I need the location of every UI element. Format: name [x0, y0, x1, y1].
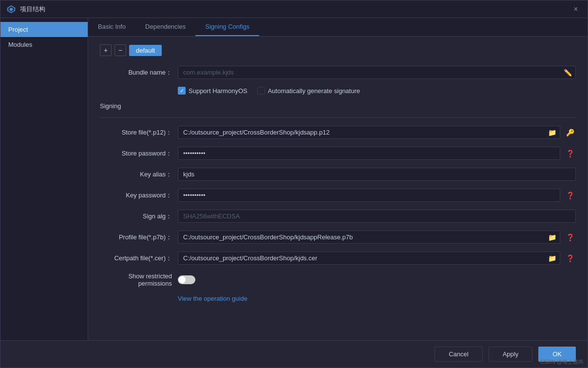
sidebar-item-project[interactable]: Project: [0, 22, 88, 37]
main-content: Project Modules Basic Info Dependencies …: [0, 18, 588, 340]
profile-file-input-wrapper: 📁: [178, 231, 560, 244]
key-password-input[interactable]: [178, 189, 560, 202]
watermark: CSDN @海上彼尚: [540, 358, 584, 366]
fingerprint-icon[interactable]: 🔑: [564, 129, 576, 136]
profile-file-label: Profile file(*.p7b)：: [100, 233, 178, 242]
restricted-permissions-label: Show restricted permissions: [100, 272, 178, 287]
sign-alg-row: Sign alg：: [100, 210, 576, 223]
bundle-name-input[interactable]: [178, 66, 576, 79]
profile-file-input[interactable]: [178, 231, 560, 244]
config-name: default: [129, 45, 162, 56]
folder-icon-store[interactable]: 📁: [548, 129, 556, 136]
sign-alg-label: Sign alg：: [100, 212, 178, 221]
store-password-row: Store password： ❓: [100, 147, 576, 160]
signing-section-heading: Signing: [100, 102, 576, 110]
bundle-name-label: Bundle name：: [100, 68, 178, 77]
auto-generate-signature-checkbox[interactable]: Automatically generate signature: [257, 87, 360, 95]
tab-basic-info[interactable]: Basic Info: [88, 18, 135, 36]
edit-icon[interactable]: ✏️: [564, 69, 572, 77]
store-password-input[interactable]: [178, 147, 560, 160]
certpath-file-row: Certpath file(*.cer)： 📁 ❓: [100, 252, 576, 265]
operation-guide-row: View the operation guide: [178, 295, 576, 302]
help-icon-key-password[interactable]: ❓: [564, 192, 576, 199]
bundle-name-row: Bundle name： ✏️: [100, 66, 576, 79]
remove-config-button[interactable]: −: [114, 44, 126, 56]
certpath-file-input[interactable]: [178, 252, 560, 265]
help-icon-certpath[interactable]: ❓: [564, 254, 576, 262]
toolbar: + − default: [100, 44, 576, 60]
store-password-label: Store password：: [100, 149, 178, 158]
profile-file-row: Profile file(*.p7b)： 📁 ❓: [100, 231, 576, 244]
store-file-row: Store file(*.p12)： 📁 🔑: [100, 126, 576, 139]
tab-signing-configs[interactable]: Signing Configs: [195, 18, 259, 36]
support-harmony-check-box: ✓: [178, 87, 186, 95]
operation-guide-link[interactable]: View the operation guide: [178, 295, 247, 302]
tabs: Basic Info Dependencies Signing Configs: [88, 18, 588, 37]
help-icon-password[interactable]: ❓: [564, 150, 576, 157]
sidebar-item-modules[interactable]: Modules: [0, 37, 88, 52]
right-panel: Basic Info Dependencies Signing Configs …: [88, 18, 588, 340]
key-alias-label: Key alias：: [100, 170, 178, 179]
add-config-button[interactable]: +: [100, 44, 112, 56]
auto-generate-check-box: [257, 87, 265, 95]
dialog: 项目结构 × Project Modules Basic Info Depend…: [0, 0, 588, 368]
store-file-input[interactable]: [178, 126, 560, 139]
key-password-row: Key password： ❓: [100, 189, 576, 202]
sign-alg-input[interactable]: [178, 210, 576, 223]
key-password-label: Key password：: [100, 191, 178, 200]
help-icon-profile[interactable]: ❓: [564, 233, 576, 241]
certpath-file-input-wrapper: 📁: [178, 252, 560, 265]
bundle-name-input-wrapper: ✏️: [178, 66, 576, 79]
key-alias-row: Key alias：: [100, 168, 576, 181]
tab-dependencies[interactable]: Dependencies: [135, 18, 195, 36]
key-alias-input[interactable]: [178, 168, 576, 181]
title-bar: 项目结构 ×: [0, 0, 588, 18]
folder-icon-profile[interactable]: 📁: [548, 233, 556, 241]
restricted-permissions-row: Show restricted permissions: [100, 272, 576, 287]
sidebar: Project Modules: [0, 18, 88, 340]
cancel-button[interactable]: Cancel: [435, 347, 482, 362]
toggle-thumb: [179, 276, 186, 283]
title-text: 项目结构: [20, 5, 45, 14]
restricted-permissions-toggle[interactable]: [178, 275, 195, 284]
signing-divider: [100, 117, 576, 118]
support-harmony-checkbox[interactable]: ✓ Support HarmonyOS: [178, 87, 247, 95]
options-row: ✓ Support HarmonyOS Automatically genera…: [178, 87, 576, 95]
apply-button[interactable]: Apply: [489, 347, 533, 362]
tab-content: + − default Bundle name： ✏️ ✓: [88, 37, 588, 340]
store-file-label: Store file(*.p12)：: [100, 128, 178, 137]
folder-icon-certpath[interactable]: 📁: [548, 254, 556, 262]
close-button[interactable]: ×: [570, 3, 582, 15]
certpath-file-label: Certpath file(*.cer)：: [100, 254, 178, 263]
footer: Cancel Apply OK: [0, 340, 588, 368]
store-file-input-wrapper: 📁: [178, 126, 560, 139]
app-logo: [6, 4, 16, 14]
